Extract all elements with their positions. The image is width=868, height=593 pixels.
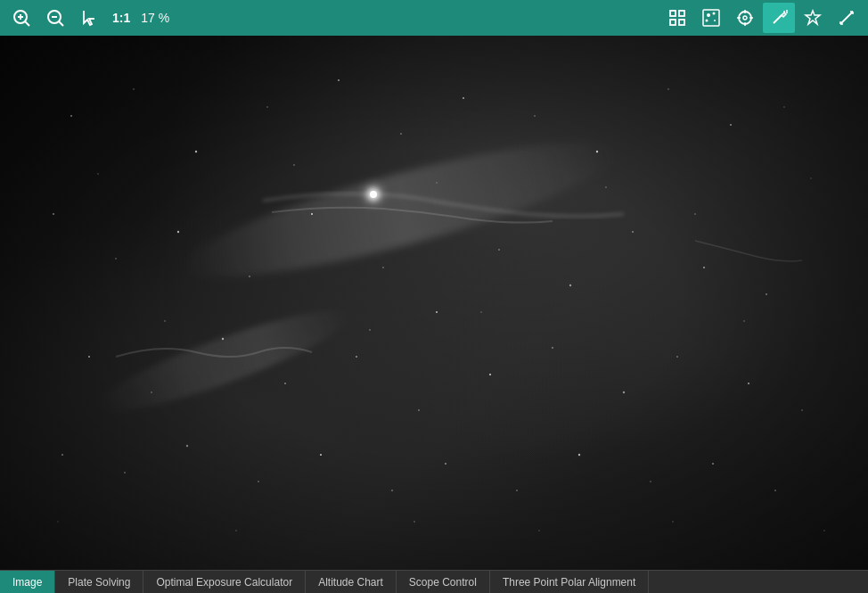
svg-point-61 xyxy=(356,356,357,358)
svg-point-16 xyxy=(739,12,751,24)
svg-point-62 xyxy=(418,409,420,411)
svg-point-47 xyxy=(177,231,179,233)
svg-point-51 xyxy=(436,311,438,313)
svg-line-22 xyxy=(774,15,782,23)
svg-point-53 xyxy=(569,284,571,286)
svg-point-46 xyxy=(115,258,117,259)
tab-altitude-chart[interactable]: Altitude Chart xyxy=(306,571,397,593)
svg-point-86 xyxy=(810,177,811,178)
svg-point-81 xyxy=(97,173,98,174)
svg-point-89 xyxy=(480,311,481,312)
tab-image[interactable]: Image xyxy=(0,571,55,593)
svg-point-67 xyxy=(748,383,749,384)
svg-point-95 xyxy=(672,521,673,522)
svg-point-71 xyxy=(186,445,188,447)
svg-line-3 xyxy=(25,21,29,26)
nebula-wisp-1 xyxy=(176,118,626,302)
svg-point-12 xyxy=(713,12,716,15)
svg-point-39 xyxy=(463,97,464,99)
tab-plate-solving[interactable]: Plate Solving xyxy=(55,571,143,593)
svg-point-40 xyxy=(534,115,536,117)
zoom-out-button[interactable] xyxy=(39,3,71,33)
svg-point-91 xyxy=(57,521,58,522)
svg-point-92 xyxy=(235,530,236,531)
svg-point-82 xyxy=(293,164,294,165)
bookmark-button[interactable] xyxy=(797,3,829,33)
svg-rect-7 xyxy=(670,11,676,16)
bright-star xyxy=(370,191,377,198)
pointer-button[interactable] xyxy=(73,3,105,33)
svg-point-43 xyxy=(730,124,732,126)
svg-point-68 xyxy=(801,409,803,411)
svg-point-94 xyxy=(538,530,539,531)
svg-point-75 xyxy=(445,463,446,465)
svg-rect-15 xyxy=(703,10,719,26)
svg-point-65 xyxy=(623,391,625,393)
svg-point-42 xyxy=(667,88,669,90)
star-field-svg xyxy=(0,36,868,570)
svg-point-88 xyxy=(369,329,370,330)
svg-point-33 xyxy=(70,115,72,117)
tab-scope-control[interactable]: Scope Control xyxy=(397,571,490,593)
zoom-percent-label: 17 % xyxy=(137,11,173,25)
svg-rect-8 xyxy=(679,11,684,16)
svg-point-37 xyxy=(338,79,340,81)
svg-marker-23 xyxy=(782,12,786,17)
svg-point-93 xyxy=(414,521,414,522)
svg-point-55 xyxy=(703,267,705,268)
nebula-wisp-2 xyxy=(89,294,356,428)
svg-point-54 xyxy=(632,231,634,233)
svg-point-63 xyxy=(489,374,491,375)
svg-point-79 xyxy=(712,463,714,465)
svg-point-76 xyxy=(516,490,518,491)
star-detect-button[interactable] xyxy=(695,3,727,33)
svg-point-34 xyxy=(133,88,135,90)
svg-line-28 xyxy=(840,12,853,24)
grid-button[interactable] xyxy=(661,3,693,33)
svg-point-85 xyxy=(694,213,695,214)
svg-point-73 xyxy=(320,454,322,456)
svg-point-66 xyxy=(676,356,678,358)
svg-point-13 xyxy=(706,20,708,22)
zoom-in-button[interactable] xyxy=(5,3,37,33)
tab-optimal-exposure[interactable]: Optimal Exposure Calculator xyxy=(143,571,306,593)
astronomical-image xyxy=(0,36,868,570)
svg-point-72 xyxy=(258,481,259,482)
svg-point-84 xyxy=(605,186,606,187)
svg-point-69 xyxy=(61,454,63,456)
svg-point-11 xyxy=(707,13,710,17)
svg-line-6 xyxy=(59,21,63,26)
svg-point-77 xyxy=(578,454,580,456)
vignette-overlay xyxy=(0,36,868,570)
image-area xyxy=(0,36,868,570)
svg-point-48 xyxy=(249,276,250,277)
svg-point-35 xyxy=(195,151,197,152)
svg-marker-27 xyxy=(806,11,820,24)
svg-point-52 xyxy=(498,249,500,251)
svg-point-17 xyxy=(743,16,747,20)
svg-point-50 xyxy=(382,267,384,268)
svg-rect-9 xyxy=(670,20,676,25)
svg-point-90 xyxy=(743,320,744,321)
enhance-button[interactable] xyxy=(763,3,795,33)
zoom-level-label: 1:1 xyxy=(107,11,135,25)
svg-point-64 xyxy=(552,347,553,349)
svg-point-36 xyxy=(266,106,268,108)
svg-point-80 xyxy=(774,490,776,491)
svg-point-45 xyxy=(53,213,54,215)
tab-bar: Image Plate Solving Optimal Exposure Cal… xyxy=(0,570,868,593)
tab-three-point-polar[interactable]: Three Point Polar Alignment xyxy=(490,571,649,593)
svg-point-56 xyxy=(766,293,767,295)
svg-point-78 xyxy=(650,481,651,482)
svg-point-14 xyxy=(714,20,716,21)
svg-point-60 xyxy=(284,383,286,384)
svg-point-44 xyxy=(783,106,785,108)
measure-button[interactable] xyxy=(831,3,863,33)
svg-point-57 xyxy=(88,356,90,358)
svg-point-96 xyxy=(823,530,824,531)
star-field xyxy=(0,36,868,570)
svg-point-38 xyxy=(400,133,402,135)
svg-rect-10 xyxy=(679,20,684,25)
svg-point-74 xyxy=(391,490,393,491)
crosshair-button[interactable] xyxy=(729,3,761,33)
